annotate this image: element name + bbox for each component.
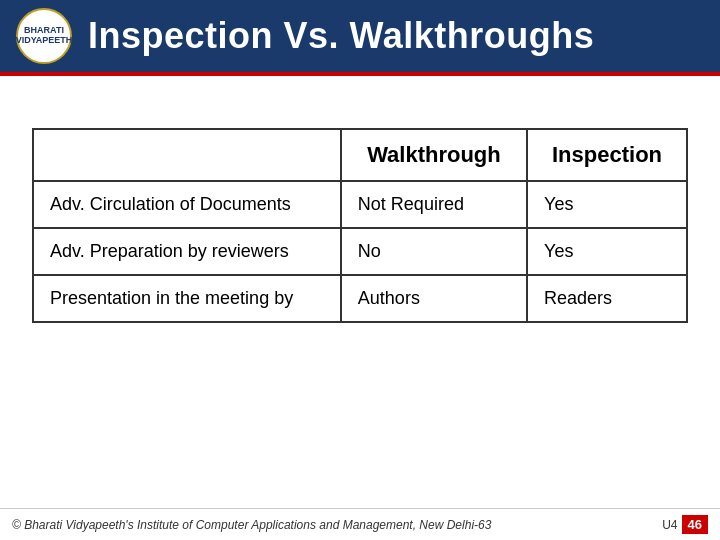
table-row: Adv. Preparation by reviewersNoYes	[33, 228, 687, 275]
footer-page-info: U4 46	[662, 515, 708, 534]
row-inspection: Readers	[527, 275, 687, 322]
row-label: Presentation in the meeting by	[33, 275, 341, 322]
footer-page-number: 46	[682, 515, 708, 534]
row-inspection: Yes	[527, 228, 687, 275]
row-walkthrough: Not Required	[341, 181, 527, 228]
col0-header	[33, 129, 341, 181]
page-footer: © Bharati Vidyapeeth's Institute of Comp…	[0, 508, 720, 540]
page-title: Inspection Vs. Walkthroughs	[88, 15, 594, 57]
comparison-table: Walkthrough Inspection Adv. Circulation …	[32, 128, 688, 323]
footer-copyright: © Bharati Vidyapeeth's Institute of Comp…	[12, 518, 491, 532]
red-accent-bar	[0, 72, 720, 76]
row-walkthrough: No	[341, 228, 527, 275]
footer-unit-label: U4	[662, 518, 677, 532]
logo: BHARATI VIDYAPEETH	[16, 8, 72, 64]
row-walkthrough: Authors	[341, 275, 527, 322]
main-content: Walkthrough Inspection Adv. Circulation …	[0, 96, 720, 335]
col1-header: Walkthrough	[341, 129, 527, 181]
row-inspection: Yes	[527, 181, 687, 228]
table-row: Presentation in the meeting byAuthorsRea…	[33, 275, 687, 322]
row-label: Adv. Circulation of Documents	[33, 181, 341, 228]
col2-header: Inspection	[527, 129, 687, 181]
row-label: Adv. Preparation by reviewers	[33, 228, 341, 275]
page-header: BHARATI VIDYAPEETH Inspection Vs. Walkth…	[0, 0, 720, 72]
table-header-row: Walkthrough Inspection	[33, 129, 687, 181]
table-row: Adv. Circulation of DocumentsNot Require…	[33, 181, 687, 228]
